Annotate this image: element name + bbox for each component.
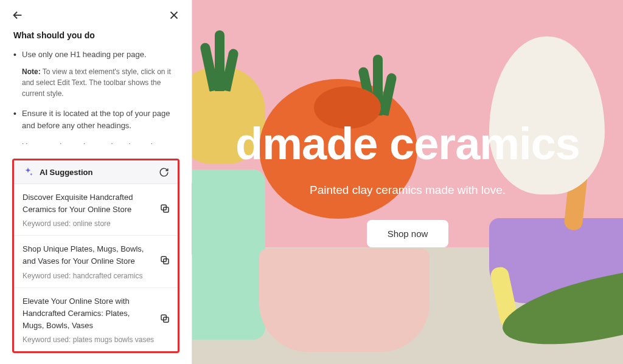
site-preview: dmade ceramics Painted clay ceramics mad… (192, 0, 623, 364)
section-heading: What should you do (13, 30, 178, 40)
note-body: To view a text element's style, click on… (22, 67, 171, 98)
ai-panel-title: AI Suggestion (40, 168, 159, 177)
hero-content: dmade ceramics Painted clay ceramics mad… (192, 0, 623, 247)
tip-item: Use your chosen keyword or phrase in a n… (22, 140, 178, 144)
hero-subtitle: Painted clay ceramics made with love. (310, 184, 506, 197)
copy-icon[interactable] (159, 203, 170, 214)
suggestion-keyword: Keyword used: plates mugs bowls vases (23, 335, 169, 344)
pedestal-pink (259, 249, 430, 352)
copy-icon[interactable] (159, 255, 170, 266)
ai-panel-header: AI Suggestion (14, 160, 178, 184)
close-icon[interactable] (167, 9, 181, 22)
hero-title: dmade ceramics (235, 122, 580, 167)
seo-sidebar: What should you do Use only one H1 headi… (0, 0, 192, 364)
ai-suggestion-panel: AI Suggestion Discover Exquisite Handcra… (12, 159, 179, 353)
sidebar-scroll-area: What should you do Use only one H1 headi… (0, 24, 192, 144)
suggestion-text: Discover Exquisite Handcrafted Ceramics … (23, 191, 169, 216)
ai-suggestion-item: Discover Exquisite Handcrafted Ceramics … (14, 184, 178, 236)
sidebar-header (0, 0, 192, 24)
tip-note: Note: To view a text element's style, cl… (22, 66, 178, 99)
note-label: Note: (22, 67, 41, 76)
tips-list-cont: Ensure it is located at the top of your … (13, 108, 178, 144)
copy-icon[interactable] (159, 313, 170, 324)
ai-suggestion-item: Shop Unique Plates, Mugs, Bowls, and Vas… (14, 236, 178, 287)
shop-now-button[interactable]: Shop now (367, 220, 449, 247)
suggestion-keyword: Keyword used: online store (23, 219, 169, 228)
suggestion-text: Shop Unique Plates, Mugs, Bowls, and Vas… (23, 243, 169, 267)
tip-item: Use only one H1 heading per page. (22, 49, 178, 61)
suggestion-keyword: Keyword used: handcrafted ceramics (23, 272, 169, 280)
sparkle-icon (23, 167, 33, 177)
back-arrow-icon[interactable] (11, 9, 24, 22)
ai-suggestion-item: Elevate Your Online Store with Handcraft… (14, 288, 178, 351)
refresh-icon[interactable] (159, 167, 169, 177)
tips-list: Use only one H1 heading per page. (13, 49, 178, 61)
suggestion-text: Elevate Your Online Store with Handcraft… (23, 295, 169, 332)
tip-item: Ensure it is located at the top of your … (22, 108, 178, 132)
